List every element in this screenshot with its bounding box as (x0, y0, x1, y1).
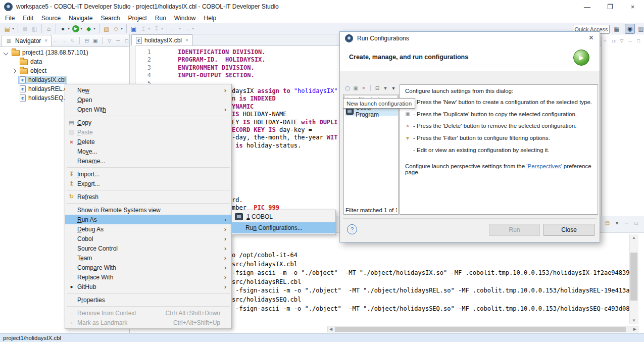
scrollbar-thumb[interactable] (335, 327, 626, 332)
sort-icon[interactable]: ↓z (610, 37, 617, 44)
new-configuration-icon[interactable]: ▢ (344, 84, 351, 91)
menu-item-cobol[interactable]: Cobol› (65, 234, 231, 243)
menu-item-open[interactable]: Open (65, 95, 231, 105)
menu-item-debug-as[interactable]: Debug As› (65, 224, 231, 234)
minimize-icon[interactable]: ─ (114, 37, 122, 44)
close-button[interactable]: × (621, 0, 644, 13)
open-console-icon[interactable]: ▤ (604, 219, 611, 227)
external-tools-dropdown-icon[interactable]: ▾ (93, 26, 95, 31)
save-icon[interactable]: ◼ (21, 24, 29, 33)
menu-item-mark-as-landmark[interactable]: ▫Mark as LandmarkCtrl+Alt+Shift+Up (65, 318, 231, 327)
collapse-all-icon[interactable]: ⊟ (374, 84, 381, 91)
expander-icon[interactable] (12, 67, 18, 74)
expander-icon[interactable] (4, 49, 10, 56)
help-button[interactable]: ? (347, 224, 357, 234)
remote-systems-icon[interactable]: ▧ (102, 24, 111, 33)
back-dropdown-icon[interactable]: ▾ (179, 26, 181, 31)
menu-item-run-as[interactable]: Run As› (65, 215, 231, 224)
scroll-right-icon[interactable]: ▶ (633, 327, 636, 331)
bookmark-dropdown-icon[interactable]: ▾ (121, 26, 123, 31)
menu-item-compare-with[interactable]: Compare With› (65, 263, 231, 272)
view-menu-icon[interactable]: ▽ (618, 37, 625, 44)
forward-icon[interactable]: → (183, 24, 191, 33)
scroll-up-icon[interactable]: ▲ (632, 235, 636, 240)
dialog-close-icon[interactable]: × (589, 33, 593, 42)
menu-item-import[interactable]: ↧Import... (65, 169, 231, 179)
back-icon[interactable]: ← (170, 24, 178, 33)
tree-item-holidaysix-cbl[interactable]: cholidaysIX.cbl (0, 75, 129, 84)
minimize-icon[interactable]: ─ (623, 219, 630, 227)
open-perspective-icon[interactable]: ▦ (612, 24, 621, 33)
menu-item-source-control[interactable]: Source Control› (65, 243, 231, 253)
maximize-icon[interactable]: □ (123, 37, 130, 44)
menu-item-properties[interactable]: Properties (65, 295, 231, 305)
previous-annotation-icon[interactable]: ↥ (139, 24, 147, 33)
menu-item-refresh[interactable]: ↻Refresh (65, 192, 231, 202)
collapse-all-icon[interactable]: ⊟ (83, 37, 90, 44)
cobol-perspective-icon[interactable]: ◉ (625, 24, 635, 34)
tab-holidaysix-cbl[interactable]: c holidaysIX.cbl × (131, 34, 193, 45)
new-wizard-dropdown-icon[interactable]: ▾ (12, 26, 14, 31)
console-vertical-scrollbar[interactable]: ▲ ▼ (629, 234, 638, 324)
menu-navigate[interactable]: Navigate (65, 14, 96, 23)
menu-window[interactable]: Window (170, 14, 200, 23)
menu-project[interactable]: Project (124, 14, 151, 23)
new-wizard-icon[interactable]: ▤ (3, 24, 12, 33)
filter-menu-icon[interactable]: ▾ (390, 84, 397, 91)
external-tools-icon[interactable]: ◆ (84, 24, 93, 33)
make-build-icon[interactable]: ⌂ (44, 24, 53, 33)
console-view-icon[interactable]: ▣ (129, 24, 138, 33)
link-with-editor-icon[interactable]: ▣ (91, 37, 99, 44)
scroll-left-icon[interactable]: ◀ (329, 327, 332, 331)
minimize-icon[interactable]: ─ (627, 37, 634, 44)
filter-icon[interactable]: ▼ (382, 84, 389, 91)
bookmark-icon[interactable]: ◇ (112, 24, 120, 33)
run-button[interactable]: Run (489, 224, 540, 236)
back-icon[interactable]: ← (52, 37, 59, 44)
close-icon[interactable]: × (44, 38, 47, 43)
menu-item-copy[interactable]: ▤Copy (65, 118, 231, 127)
remote-perspective-icon[interactable]: ▥ (636, 24, 644, 33)
focus-icon[interactable]: ⁘ (602, 37, 609, 44)
forward-icon[interactable]: → (60, 37, 68, 44)
run-icon[interactable]: ▶ (72, 25, 79, 32)
menu-file[interactable]: File (1, 14, 19, 23)
menu-item-show-in-remote-systems-view[interactable]: Show in Remote Systems view (65, 205, 231, 215)
maximize-icon[interactable]: □ (632, 219, 640, 227)
menu-item-new[interactable]: New› (65, 85, 231, 95)
menu-item-replace-with[interactable]: Replace With› (65, 272, 231, 282)
perspectives-link[interactable]: 'Perspectives' (526, 163, 562, 169)
open-console-menu-icon[interactable]: ▾ (613, 219, 621, 227)
console-horizontal-scrollbar[interactable]: ◀ ▶ (327, 326, 638, 332)
restore-button[interactable]: ❐ (599, 0, 621, 13)
save-all-icon[interactable]: ◧ (30, 24, 39, 33)
next-annotation-dropdown-icon[interactable]: ▾ (161, 26, 163, 31)
menu-item-run-configurations[interactable]: Run Configurations... (232, 222, 335, 233)
menu-item-delete[interactable]: ×Delete (65, 137, 231, 146)
menu-source[interactable]: Source (37, 14, 65, 23)
delete-configuration-icon[interactable]: × (360, 84, 367, 91)
scroll-down-icon[interactable]: ▼ (632, 318, 636, 323)
menu-help[interactable]: Help (200, 14, 221, 23)
menu-item-rename[interactable]: Rename... (65, 156, 231, 166)
menu-item-move[interactable]: Move... (65, 146, 231, 156)
scrollbar-thumb[interactable] (630, 253, 637, 301)
menu-item-github[interactable]: ●GitHub› (65, 282, 231, 291)
menu-item-paste[interactable]: ▥Paste (65, 127, 231, 137)
run-dropdown-icon[interactable]: ▾ (80, 26, 82, 31)
menu-item-1-cobol[interactable]: 1 COBOL (232, 211, 335, 222)
menu-search[interactable]: Search (96, 14, 124, 23)
previous-annotation-dropdown-icon[interactable]: ▾ (148, 26, 150, 31)
forward-dropdown-icon[interactable]: ▾ (192, 26, 194, 31)
debug-dropdown-icon[interactable]: ▾ (68, 26, 70, 31)
tree-item-project1-138-68-57-101[interactable]: project1 (138.68.57.101) (0, 48, 129, 57)
duplicate-configuration-icon[interactable]: ▣ (352, 84, 359, 91)
menu-run[interactable]: Run (151, 14, 170, 23)
menu-edit[interactable]: Edit (19, 14, 37, 23)
close-icon[interactable]: × (185, 37, 188, 43)
close-dialog-button[interactable]: Close (543, 224, 595, 236)
tree-item-data[interactable]: data (0, 57, 129, 66)
menu-item-export[interactable]: ↥Export... (65, 179, 231, 188)
debug-icon[interactable]: ● (59, 24, 67, 33)
minimize-button[interactable]: — (576, 0, 599, 13)
